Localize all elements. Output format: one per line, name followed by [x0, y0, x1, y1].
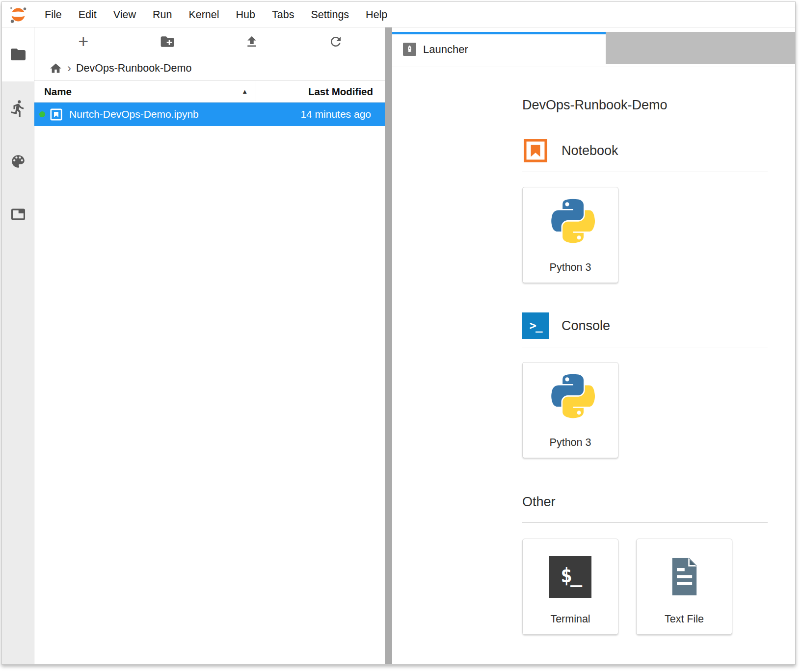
left-sidebar [2, 27, 34, 664]
refresh-icon [328, 34, 343, 49]
jupyterlab-window: File Edit View Run Kernel Hub Tabs Setti… [1, 1, 796, 665]
jupyter-logo [8, 5, 28, 25]
tab-launcher-label: Launcher [423, 43, 468, 56]
launcher-current-directory: DevOps-Runbook-Demo [522, 98, 768, 113]
launcher-panel: Launcher DevOps-Runbook-Demo [392, 27, 795, 664]
breadcrumb-separator: › [67, 61, 71, 75]
column-header-name[interactable]: Name ▲ [34, 81, 256, 102]
section-console-label: Console [562, 318, 610, 334]
text-file-icon [662, 555, 706, 599]
section-divider [522, 172, 768, 172]
section-notebook-label: Notebook [562, 143, 618, 158]
launcher-card-notebook-python3[interactable]: Python 3 [522, 187, 618, 283]
new-folder-icon [160, 34, 175, 50]
file-last-modified: 14 minutes ago [300, 108, 385, 120]
kernel-running-dot [39, 111, 45, 117]
tab-launcher[interactable]: Launcher [392, 32, 606, 64]
folder-icon [9, 46, 27, 63]
card-label-text-file: Text File [665, 613, 704, 625]
terminal-icon: $_ [549, 556, 591, 598]
launcher-card-terminal[interactable]: $_ Terminal [522, 539, 618, 635]
palette-icon [10, 153, 27, 170]
file-browser-toolbar: + [34, 27, 385, 56]
new-launcher-button[interactable]: + [73, 31, 94, 52]
plus-icon: + [78, 33, 88, 51]
section-other-label: Other [522, 494, 768, 510]
home-icon[interactable] [49, 62, 62, 75]
launcher-rocket-icon [403, 43, 416, 56]
breadcrumb-current-folder: DevOps-Runbook-Demo [76, 62, 191, 75]
section-notebook: Notebook [522, 137, 768, 164]
card-label-python3: Python 3 [550, 261, 591, 274]
launcher-card-text-file[interactable]: Text File [636, 539, 732, 635]
menu-items: File Edit View Run Kernel Hub Tabs Setti… [36, 2, 396, 27]
launcher-card-console-python3[interactable]: Python 3 [522, 362, 618, 458]
notebook-file-icon [50, 108, 63, 121]
tab-bar-empty-area [606, 32, 795, 64]
new-folder-button[interactable] [157, 31, 178, 52]
file-browser-panel: + [34, 27, 385, 664]
upload-icon [244, 34, 259, 49]
column-header-last-modified[interactable]: Last Modified [256, 86, 385, 98]
section-divider [522, 347, 768, 347]
python-icon [546, 373, 595, 421]
breadcrumb: › DevOps-Runbook-Demo [34, 56, 385, 80]
section-console: >_ Console [522, 312, 768, 339]
upload-button[interactable] [241, 31, 263, 52]
sort-ascending-icon: ▲ [241, 88, 248, 95]
running-man-icon [9, 99, 27, 118]
section-divider [522, 522, 768, 523]
console-icon: >_ [522, 312, 549, 339]
file-row-selected[interactable]: Nurtch-DevOps-Demo.ipynb 14 minutes ago [34, 103, 385, 126]
dock-tab-bar: Launcher [392, 32, 795, 64]
refresh-button[interactable] [325, 31, 347, 52]
card-label-python3: Python 3 [550, 437, 591, 449]
menu-bar: File Edit View Run Kernel Hub Tabs Setti… [2, 2, 795, 27]
sidebar-tab-open-tabs[interactable] [2, 205, 34, 224]
menu-view[interactable]: View [105, 2, 144, 27]
menu-file[interactable]: File [36, 2, 70, 27]
sidebar-tab-running-sessions[interactable] [2, 99, 34, 118]
menu-help[interactable]: Help [357, 2, 396, 27]
menu-kernel[interactable]: Kernel [180, 2, 227, 27]
notebook-icon [522, 137, 549, 164]
menu-settings[interactable]: Settings [302, 2, 357, 27]
python-icon [546, 198, 595, 246]
sidebar-tab-commands[interactable] [2, 152, 34, 171]
menu-hub[interactable]: Hub [228, 2, 264, 27]
tabs-icon [10, 206, 27, 223]
menu-tabs[interactable]: Tabs [264, 2, 302, 27]
file-list-header: Name ▲ Last Modified [34, 80, 385, 103]
file-name: Nurtch-DevOps-Demo.ipynb [69, 108, 199, 120]
sidebar-tab-file-browser[interactable] [2, 27, 34, 81]
card-label-terminal: Terminal [550, 613, 590, 625]
panel-splitter[interactable] [385, 27, 392, 664]
menu-edit[interactable]: Edit [70, 2, 105, 27]
menu-run[interactable]: Run [144, 2, 180, 27]
